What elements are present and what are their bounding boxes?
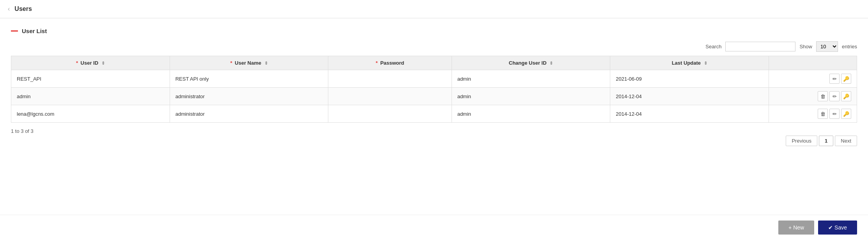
cell-password-1 xyxy=(328,88,452,105)
key-button-0[interactable]: 🔑 xyxy=(841,74,851,84)
delete-button-1[interactable]: 🗑 xyxy=(818,91,828,101)
col-header-lastupdate: Last Update ⇕ xyxy=(610,56,769,70)
pagination-info-text: 1 to 3 of 3 xyxy=(11,128,34,134)
sort-icon-userid[interactable]: ⇕ xyxy=(101,61,105,65)
search-input[interactable] xyxy=(725,42,795,51)
cell-actions-2: 🗑 ✏ 🔑 xyxy=(769,105,857,123)
key-button-2[interactable]: 🔑 xyxy=(841,109,851,119)
edit-button-2[interactable]: ✏ xyxy=(829,109,840,119)
page-header: ‹ Users xyxy=(0,0,868,18)
show-label: Show xyxy=(799,44,812,49)
cell-changeid-0: admin xyxy=(452,70,610,88)
edit-button-1[interactable]: ✏ xyxy=(829,91,840,101)
entries-label: entries xyxy=(842,44,857,49)
delete-button-2[interactable]: 🗑 xyxy=(818,109,828,119)
cell-password-0 xyxy=(328,70,452,88)
cell-username-0: REST API only xyxy=(170,70,328,88)
cell-actions-1: 🗑 ✏ 🔑 xyxy=(769,88,857,105)
cell-changeid-2: admin xyxy=(452,105,610,123)
cell-password-2 xyxy=(328,105,452,123)
edit-button-0[interactable]: ✏ xyxy=(829,74,840,84)
col-header-username: * User Name ⇕ xyxy=(170,56,328,70)
col-header-userid: * User ID ⇕ xyxy=(11,56,170,70)
cell-username-2: administrator xyxy=(170,105,328,123)
data-table: * User ID ⇕ * User Name ⇕ * Password C xyxy=(11,56,857,123)
back-button[interactable]: ‹ xyxy=(8,5,10,12)
sort-icon-username[interactable]: ⇕ xyxy=(264,61,268,65)
sort-icon-changeid[interactable]: ⇕ xyxy=(549,61,553,65)
required-asterisk: * xyxy=(376,60,377,66)
section-title: User List xyxy=(22,28,47,34)
page-container: ‹ Users User List Search Show 10 25 50 1… xyxy=(0,0,868,240)
cell-userid-2: lena@lgcns.com xyxy=(11,105,170,123)
col-header-changeid: Change User ID ⇕ xyxy=(452,56,610,70)
bottom-bar: + New ✔ Save xyxy=(0,215,868,240)
new-button[interactable]: + New xyxy=(778,221,814,235)
section-accent-icon xyxy=(11,30,18,32)
page-1-button[interactable]: 1 xyxy=(819,136,833,146)
cell-userid-1: admin xyxy=(11,88,170,105)
cell-lastupdate-0: 2021-06-09 xyxy=(610,70,769,88)
cell-changeid-1: admin xyxy=(452,88,610,105)
table-row: admin administrator admin 2014-12-04 🗑 ✏… xyxy=(11,88,857,105)
save-button[interactable]: ✔ Save xyxy=(818,221,857,235)
cell-lastupdate-2: 2014-12-04 xyxy=(610,105,769,123)
required-asterisk: * xyxy=(76,60,78,66)
pagination-info: 1 to 3 of 3 xyxy=(11,128,857,134)
entries-select[interactable]: 10 25 50 100 xyxy=(816,41,838,52)
next-button[interactable]: Next xyxy=(835,136,857,146)
table-row: REST_API REST API only admin 2021-06-09 … xyxy=(11,70,857,88)
sort-icon-lastupdate[interactable]: ⇕ xyxy=(704,61,707,65)
col-header-password: * Password xyxy=(328,56,452,70)
main-content: User List Search Show 10 25 50 100 entri… xyxy=(0,18,868,155)
page-title: Users xyxy=(14,5,32,12)
key-button-1[interactable]: 🔑 xyxy=(841,91,851,101)
pagination-bar: Previous 1 Next xyxy=(11,136,857,146)
required-asterisk: * xyxy=(230,60,232,66)
search-label: Search xyxy=(705,44,721,49)
cell-username-1: administrator xyxy=(170,88,328,105)
table-header-row: * User ID ⇕ * User Name ⇕ * Password C xyxy=(11,56,857,70)
section-header: User List xyxy=(11,28,857,34)
cell-userid-0: REST_API xyxy=(11,70,170,88)
table-row: lena@lgcns.com administrator admin 2014-… xyxy=(11,105,857,123)
table-controls: Search Show 10 25 50 100 entries xyxy=(11,41,857,52)
cell-actions-0: ✏ 🔑 xyxy=(769,70,857,88)
col-header-actions xyxy=(769,56,857,70)
previous-button[interactable]: Previous xyxy=(786,136,817,146)
cell-lastupdate-1: 2014-12-04 xyxy=(610,88,769,105)
